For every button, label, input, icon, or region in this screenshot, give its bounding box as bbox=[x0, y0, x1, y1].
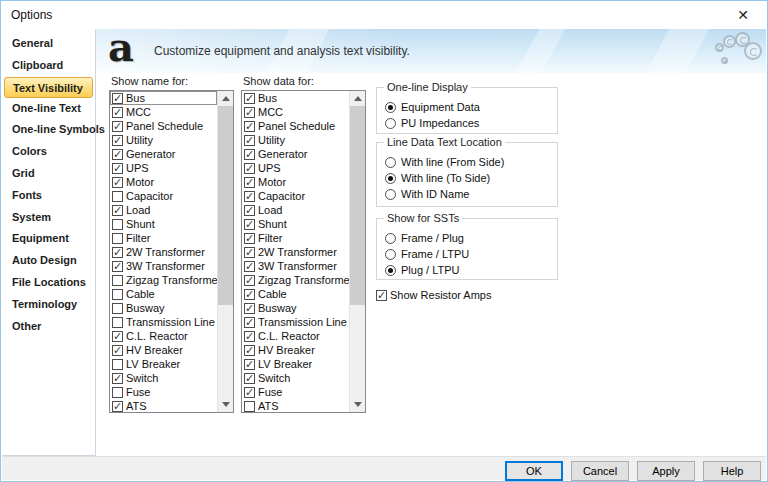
checkbox-icon[interactable] bbox=[244, 219, 255, 230]
checkbox-icon[interactable] bbox=[244, 387, 255, 398]
list-item-transmission-line[interactable]: Transmission Line bbox=[110, 315, 217, 329]
radio-icon[interactable] bbox=[385, 157, 396, 168]
radio-option-pu-impedances[interactable]: PU Impedances bbox=[385, 115, 557, 131]
list-item-motor[interactable]: Motor bbox=[110, 175, 217, 189]
checkbox-icon[interactable] bbox=[244, 317, 255, 328]
checkbox-icon[interactable] bbox=[244, 345, 255, 356]
list-item-panel-schedule[interactable]: Panel Schedule bbox=[110, 119, 217, 133]
checkbox-icon[interactable] bbox=[244, 373, 255, 384]
list-item-ups[interactable]: UPS bbox=[110, 161, 217, 175]
list-item-load[interactable]: Load bbox=[242, 203, 349, 217]
radio-icon[interactable] bbox=[385, 189, 396, 200]
list-item-2w-transformer[interactable]: 2W Transformer bbox=[242, 245, 349, 259]
list-item-shunt[interactable]: Shunt bbox=[110, 217, 217, 231]
radio-option-frame-plug[interactable]: Frame / Plug bbox=[385, 230, 557, 246]
list-item-transmission-line[interactable]: Transmission Line bbox=[242, 315, 349, 329]
radio-icon[interactable] bbox=[385, 102, 396, 113]
list-item-utility[interactable]: Utility bbox=[242, 133, 349, 147]
checkbox-icon[interactable] bbox=[244, 275, 255, 286]
checkbox-icon[interactable] bbox=[244, 233, 255, 244]
list-item-generator[interactable]: Generator bbox=[242, 147, 349, 161]
checkbox-icon[interactable] bbox=[112, 93, 123, 104]
checkbox-icon[interactable] bbox=[112, 387, 123, 398]
scroll-down-icon[interactable] bbox=[350, 397, 365, 412]
checkbox-icon[interactable] bbox=[376, 290, 387, 301]
list-item-hv-breaker[interactable]: HV Breaker bbox=[242, 343, 349, 357]
radio-icon[interactable] bbox=[385, 233, 396, 244]
radio-option-frame-ltpu[interactable]: Frame / LTPU bbox=[385, 246, 557, 262]
list-item-lv-breaker[interactable]: LV Breaker bbox=[242, 357, 349, 371]
checkbox-icon[interactable] bbox=[112, 345, 123, 356]
list-item-switch[interactable]: Switch bbox=[242, 371, 349, 385]
list-item-cable[interactable]: Cable bbox=[242, 287, 349, 301]
list-item-bus[interactable]: Bus bbox=[110, 91, 217, 105]
list-item-filter[interactable]: Filter bbox=[110, 231, 217, 245]
sidebar-item-file-locations[interactable]: File Locations bbox=[2, 272, 95, 294]
list-item-panel-schedule[interactable]: Panel Schedule bbox=[242, 119, 349, 133]
list-item-mcc[interactable]: MCC bbox=[110, 105, 217, 119]
checkbox-icon[interactable] bbox=[244, 289, 255, 300]
sidebar-item-clipboard[interactable]: Clipboard bbox=[2, 55, 95, 77]
list-item-ups[interactable]: UPS bbox=[242, 161, 349, 175]
radio-option-equipment-data[interactable]: Equipment Data bbox=[385, 99, 557, 115]
checkbox-icon[interactable] bbox=[244, 135, 255, 146]
radio-icon[interactable] bbox=[385, 173, 396, 184]
checkbox-icon[interactable] bbox=[244, 93, 255, 104]
checkbox-icon[interactable] bbox=[244, 177, 255, 188]
name-list-scrollbar[interactable] bbox=[217, 91, 233, 412]
checkbox-icon[interactable] bbox=[112, 177, 123, 188]
radio-option-with-line-to-side[interactable]: With line (To Side) bbox=[385, 170, 557, 186]
list-item-busway[interactable]: Busway bbox=[110, 301, 217, 315]
list-item-mcc[interactable]: MCC bbox=[242, 105, 349, 119]
checkbox-icon[interactable] bbox=[244, 107, 255, 118]
checkbox-icon[interactable] bbox=[244, 247, 255, 258]
checkbox-icon[interactable] bbox=[112, 317, 123, 328]
checkbox-icon[interactable] bbox=[244, 331, 255, 342]
checkbox-icon[interactable] bbox=[112, 303, 123, 314]
sidebar-item-one-line-text[interactable]: One-line Text bbox=[2, 98, 95, 120]
list-item-c-l-reactor[interactable]: C.L. Reactor bbox=[242, 329, 349, 343]
help-button[interactable]: Help bbox=[703, 461, 761, 481]
list-item-3w-transformer[interactable]: 3W Transformer bbox=[110, 259, 217, 273]
checkbox-icon[interactable] bbox=[244, 359, 255, 370]
radio-icon[interactable] bbox=[385, 249, 396, 260]
checkbox-icon[interactable] bbox=[112, 289, 123, 300]
checkbox-icon[interactable] bbox=[244, 401, 255, 412]
sidebar-item-general[interactable]: General bbox=[2, 33, 95, 55]
checkbox-icon[interactable] bbox=[112, 135, 123, 146]
list-item-motor[interactable]: Motor bbox=[242, 175, 349, 189]
ok-button[interactable]: OK bbox=[505, 461, 563, 481]
radio-icon[interactable] bbox=[385, 118, 396, 129]
list-item-busway[interactable]: Busway bbox=[242, 301, 349, 315]
list-item-hv-breaker[interactable]: HV Breaker bbox=[110, 343, 217, 357]
checkbox-icon[interactable] bbox=[112, 275, 123, 286]
radio-option-with-line-from-side[interactable]: With line (From Side) bbox=[385, 154, 557, 170]
checkbox-icon[interactable] bbox=[244, 149, 255, 160]
checkbox-icon[interactable] bbox=[244, 191, 255, 202]
sidebar-item-system[interactable]: System bbox=[2, 207, 95, 229]
list-item-filter[interactable]: Filter bbox=[242, 231, 349, 245]
list-item-capacitor[interactable]: Capacitor bbox=[242, 189, 349, 203]
checkbox-icon[interactable] bbox=[112, 373, 123, 384]
checkbox-icon[interactable] bbox=[112, 359, 123, 370]
show-resistor-amps-checkbox[interactable]: Show Resistor Amps bbox=[376, 289, 491, 301]
checkbox-icon[interactable] bbox=[244, 303, 255, 314]
sidebar-item-grid[interactable]: Grid bbox=[2, 163, 95, 185]
scroll-down-icon[interactable] bbox=[218, 397, 233, 412]
list-item-bus[interactable]: Bus bbox=[242, 91, 349, 105]
list-item-3w-transformer[interactable]: 3W Transformer bbox=[242, 259, 349, 273]
list-item-generator[interactable]: Generator bbox=[110, 147, 217, 161]
checkbox-icon[interactable] bbox=[112, 261, 123, 272]
sidebar-item-fonts[interactable]: Fonts bbox=[2, 185, 95, 207]
checkbox-icon[interactable] bbox=[112, 247, 123, 258]
radio-icon[interactable] bbox=[385, 265, 396, 276]
list-item-utility[interactable]: Utility bbox=[110, 133, 217, 147]
cancel-button[interactable]: Cancel bbox=[571, 461, 629, 481]
list-item-ats[interactable]: ATS bbox=[110, 399, 217, 413]
sidebar-item-terminology[interactable]: Terminology bbox=[2, 294, 95, 316]
list-item-zigzag-transformer[interactable]: Zigzag Transformer bbox=[110, 273, 217, 287]
checkbox-icon[interactable] bbox=[112, 233, 123, 244]
checkbox-icon[interactable] bbox=[112, 149, 123, 160]
sidebar-item-other[interactable]: Other bbox=[2, 316, 95, 338]
scroll-up-icon[interactable] bbox=[218, 91, 233, 106]
